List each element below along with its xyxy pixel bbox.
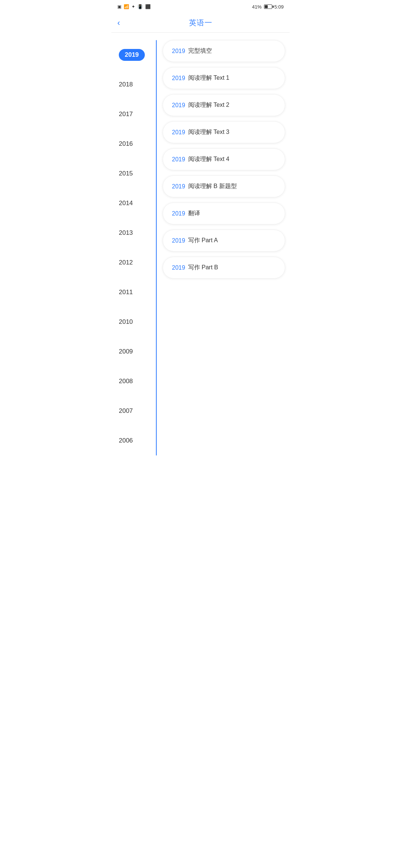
year-item-2018[interactable]: 2018: [116, 70, 153, 99]
content-name-7: 写作 Part A: [188, 237, 218, 244]
main-content: 2019 2019 2018 2017 2016 2015 2014 2013 …: [111, 33, 290, 463]
content-name-0: 完型填空: [188, 47, 212, 55]
year-item-2015[interactable]: 2015: [116, 159, 153, 188]
content-name-8: 写作 Part B: [188, 264, 218, 272]
content-item-yuedujiedu-3[interactable]: 2019 阅读理解 Text 3: [163, 121, 285, 143]
year-text-2017: 2017: [119, 111, 133, 118]
content-name-3: 阅读理解 Text 3: [188, 128, 229, 136]
content-year-2: 2019: [172, 102, 185, 109]
year-item-2008[interactable]: 2008: [116, 366, 153, 396]
year-sidebar: 2019 2019 2018 2017 2016 2015 2014 2013 …: [116, 40, 153, 456]
year-badge-2019: 2019: [119, 49, 145, 61]
content-item-fanyi[interactable]: 2019 翻译: [163, 203, 285, 224]
battery-icon: [264, 4, 272, 9]
content-name-6: 翻译: [188, 210, 200, 217]
content-year-1: 2019: [172, 75, 185, 82]
year-text-2014: 2014: [119, 200, 133, 207]
year-item-2016[interactable]: 2016: [116, 129, 153, 159]
content-year-5: 2019: [172, 183, 185, 190]
year-item-2010[interactable]: 2010: [116, 307, 153, 337]
year-text-2009: 2009: [119, 348, 133, 355]
page-title: 英语一: [189, 18, 212, 28]
year-item-2011[interactable]: 2011: [116, 277, 153, 307]
vibrate-icon: 📳: [137, 4, 143, 9]
content-name-4: 阅读理解 Text 4: [188, 155, 229, 163]
status-left-icons: ▣ 📶 ✦ 📳 ⬛: [117, 4, 151, 9]
year-text-2010: 2010: [119, 318, 133, 326]
battery-percent: 41%: [252, 4, 262, 10]
year-text-2007: 2007: [119, 407, 133, 415]
year-item-2012[interactable]: 2012: [116, 248, 153, 277]
content-year-0: 2019: [172, 48, 185, 55]
content-item-wanxing[interactable]: 2019 完型填空: [163, 40, 285, 62]
year-text-2012: 2012: [119, 259, 133, 266]
content-item-yuedujiedu-b[interactable]: 2019 阅读理解 B 新题型: [163, 175, 285, 197]
time-display: 5:09: [274, 4, 284, 10]
bluetooth-icon: ✦: [131, 4, 135, 9]
content-year-7: 2019: [172, 237, 185, 244]
content-item-xiezuo-a[interactable]: 2019 写作 Part A: [163, 230, 285, 251]
content-year-4: 2019: [172, 156, 185, 163]
content-item-xiezuo-b[interactable]: 2019 写作 Part B: [163, 257, 285, 279]
content-item-yuedujiedu-1[interactable]: 2019 阅读理解 Text 1: [163, 67, 285, 89]
year-text-2011: 2011: [119, 289, 133, 296]
year-text-2006: 2006: [119, 437, 133, 444]
sim-icon: ▣: [117, 4, 121, 9]
content-name-1: 阅读理解 Text 1: [188, 74, 229, 82]
record-icon: ⬛: [145, 4, 151, 9]
year-item-2009[interactable]: 2009: [116, 337, 153, 366]
back-button[interactable]: ‹: [117, 19, 120, 27]
year-item-2014[interactable]: 2014: [116, 188, 153, 218]
year-text-2013: 2013: [119, 229, 133, 237]
status-right-info: 41% 5:09: [252, 4, 284, 10]
nav-bar: ‹ 英语一: [111, 13, 290, 33]
year-item-2006[interactable]: 2006: [116, 426, 153, 456]
content-year-6: 2019: [172, 210, 185, 217]
content-name-2: 阅读理解 Text 2: [188, 101, 229, 109]
content-item-yuedujiedu-4[interactable]: 2019 阅读理解 Text 4: [163, 148, 285, 170]
content-list: 2019 完型填空 2019 阅读理解 Text 1 2019 阅读理解 Tex…: [160, 40, 285, 456]
year-text-2015: 2015: [119, 170, 133, 177]
wifi-icon: 📶: [124, 4, 129, 9]
year-text-2016: 2016: [119, 140, 133, 148]
content-item-yuedujiedu-2[interactable]: 2019 阅读理解 Text 2: [163, 94, 285, 116]
status-bar: ▣ 📶 ✦ 📳 ⬛ 41% 5:09: [111, 0, 290, 13]
divider-line: [156, 40, 157, 456]
year-item-2017[interactable]: 2017: [116, 99, 153, 129]
content-year-3: 2019: [172, 129, 185, 136]
content-year-8: 2019: [172, 264, 185, 271]
content-name-5: 阅读理解 B 新题型: [188, 183, 237, 190]
year-item-2007[interactable]: 2007: [116, 396, 153, 426]
year-text-2008: 2008: [119, 378, 133, 385]
year-item-2019[interactable]: 2019 2019: [116, 40, 153, 70]
year-text-2018: 2018: [119, 81, 133, 88]
year-item-2013[interactable]: 2013: [116, 218, 153, 248]
